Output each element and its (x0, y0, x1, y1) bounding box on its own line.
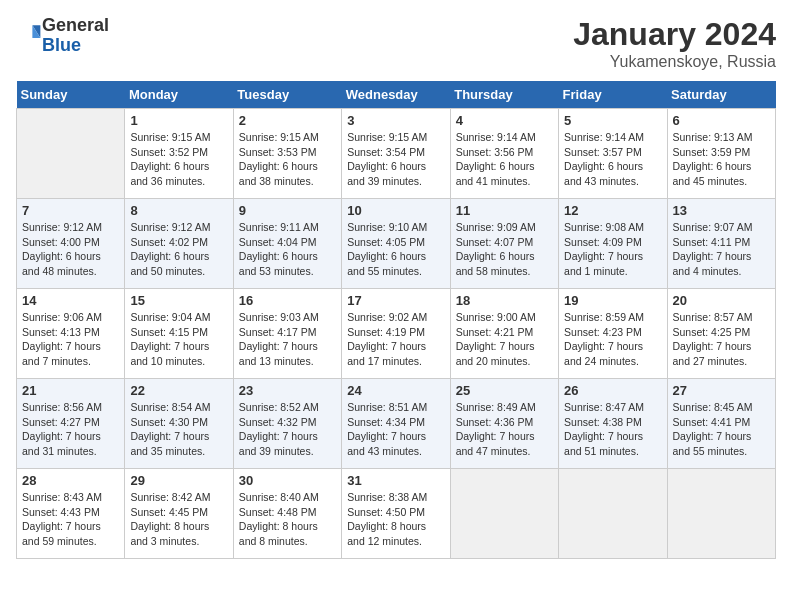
day-cell: 9Sunrise: 9:11 AM Sunset: 4:04 PM Daylig… (233, 199, 341, 289)
day-number: 7 (22, 203, 119, 218)
day-number: 15 (130, 293, 227, 308)
page-header: General Blue January 2024 Yukamenskoye, … (16, 16, 776, 71)
day-number: 23 (239, 383, 336, 398)
day-cell: 27Sunrise: 8:45 AM Sunset: 4:41 PM Dayli… (667, 379, 775, 469)
day-info: Sunrise: 9:00 AM Sunset: 4:21 PM Dayligh… (456, 310, 553, 369)
week-row-3: 14Sunrise: 9:06 AM Sunset: 4:13 PM Dayli… (17, 289, 776, 379)
day-number: 4 (456, 113, 553, 128)
day-cell (559, 469, 667, 559)
day-info: Sunrise: 9:02 AM Sunset: 4:19 PM Dayligh… (347, 310, 444, 369)
day-info: Sunrise: 8:49 AM Sunset: 4:36 PM Dayligh… (456, 400, 553, 459)
day-number: 29 (130, 473, 227, 488)
column-header-sunday: Sunday (17, 81, 125, 109)
day-info: Sunrise: 8:43 AM Sunset: 4:43 PM Dayligh… (22, 490, 119, 549)
day-number: 9 (239, 203, 336, 218)
day-number: 31 (347, 473, 444, 488)
day-number: 3 (347, 113, 444, 128)
month-title: January 2024 (573, 16, 776, 53)
day-info: Sunrise: 8:42 AM Sunset: 4:45 PM Dayligh… (130, 490, 227, 549)
day-number: 30 (239, 473, 336, 488)
day-cell: 24Sunrise: 8:51 AM Sunset: 4:34 PM Dayli… (342, 379, 450, 469)
day-info: Sunrise: 9:13 AM Sunset: 3:59 PM Dayligh… (673, 130, 770, 189)
header-row: SundayMondayTuesdayWednesdayThursdayFrid… (17, 81, 776, 109)
day-number: 27 (673, 383, 770, 398)
column-header-monday: Monday (125, 81, 233, 109)
day-info: Sunrise: 9:11 AM Sunset: 4:04 PM Dayligh… (239, 220, 336, 279)
day-number: 24 (347, 383, 444, 398)
day-number: 10 (347, 203, 444, 218)
column-header-friday: Friday (559, 81, 667, 109)
day-number: 12 (564, 203, 661, 218)
week-row-5: 28Sunrise: 8:43 AM Sunset: 4:43 PM Dayli… (17, 469, 776, 559)
column-header-wednesday: Wednesday (342, 81, 450, 109)
day-number: 8 (130, 203, 227, 218)
day-cell (450, 469, 558, 559)
day-number: 28 (22, 473, 119, 488)
day-info: Sunrise: 9:14 AM Sunset: 3:56 PM Dayligh… (456, 130, 553, 189)
day-cell: 22Sunrise: 8:54 AM Sunset: 4:30 PM Dayli… (125, 379, 233, 469)
logo-text: General Blue (42, 16, 109, 56)
day-cell: 26Sunrise: 8:47 AM Sunset: 4:38 PM Dayli… (559, 379, 667, 469)
day-number: 25 (456, 383, 553, 398)
day-info: Sunrise: 8:40 AM Sunset: 4:48 PM Dayligh… (239, 490, 336, 549)
day-info: Sunrise: 9:04 AM Sunset: 4:15 PM Dayligh… (130, 310, 227, 369)
day-info: Sunrise: 9:07 AM Sunset: 4:11 PM Dayligh… (673, 220, 770, 279)
week-row-2: 7Sunrise: 9:12 AM Sunset: 4:00 PM Daylig… (17, 199, 776, 289)
day-cell: 13Sunrise: 9:07 AM Sunset: 4:11 PM Dayli… (667, 199, 775, 289)
day-cell (667, 469, 775, 559)
day-cell: 23Sunrise: 8:52 AM Sunset: 4:32 PM Dayli… (233, 379, 341, 469)
day-number: 1 (130, 113, 227, 128)
day-info: Sunrise: 9:12 AM Sunset: 4:02 PM Dayligh… (130, 220, 227, 279)
day-cell: 15Sunrise: 9:04 AM Sunset: 4:15 PM Dayli… (125, 289, 233, 379)
day-number: 22 (130, 383, 227, 398)
day-info: Sunrise: 9:09 AM Sunset: 4:07 PM Dayligh… (456, 220, 553, 279)
column-header-thursday: Thursday (450, 81, 558, 109)
day-number: 17 (347, 293, 444, 308)
day-number: 14 (22, 293, 119, 308)
day-number: 5 (564, 113, 661, 128)
day-info: Sunrise: 8:57 AM Sunset: 4:25 PM Dayligh… (673, 310, 770, 369)
day-info: Sunrise: 8:52 AM Sunset: 4:32 PM Dayligh… (239, 400, 336, 459)
day-info: Sunrise: 9:03 AM Sunset: 4:17 PM Dayligh… (239, 310, 336, 369)
day-cell: 4Sunrise: 9:14 AM Sunset: 3:56 PM Daylig… (450, 109, 558, 199)
day-cell: 21Sunrise: 8:56 AM Sunset: 4:27 PM Dayli… (17, 379, 125, 469)
day-info: Sunrise: 8:47 AM Sunset: 4:38 PM Dayligh… (564, 400, 661, 459)
day-number: 11 (456, 203, 553, 218)
day-info: Sunrise: 8:54 AM Sunset: 4:30 PM Dayligh… (130, 400, 227, 459)
day-cell: 12Sunrise: 9:08 AM Sunset: 4:09 PM Dayli… (559, 199, 667, 289)
day-cell: 16Sunrise: 9:03 AM Sunset: 4:17 PM Dayli… (233, 289, 341, 379)
day-info: Sunrise: 9:12 AM Sunset: 4:00 PM Dayligh… (22, 220, 119, 279)
column-header-tuesday: Tuesday (233, 81, 341, 109)
week-row-4: 21Sunrise: 8:56 AM Sunset: 4:27 PM Dayli… (17, 379, 776, 469)
day-info: Sunrise: 8:56 AM Sunset: 4:27 PM Dayligh… (22, 400, 119, 459)
day-cell: 29Sunrise: 8:42 AM Sunset: 4:45 PM Dayli… (125, 469, 233, 559)
day-cell: 11Sunrise: 9:09 AM Sunset: 4:07 PM Dayli… (450, 199, 558, 289)
day-cell: 25Sunrise: 8:49 AM Sunset: 4:36 PM Dayli… (450, 379, 558, 469)
day-info: Sunrise: 9:08 AM Sunset: 4:09 PM Dayligh… (564, 220, 661, 279)
day-number: 19 (564, 293, 661, 308)
day-cell: 7Sunrise: 9:12 AM Sunset: 4:00 PM Daylig… (17, 199, 125, 289)
day-cell (17, 109, 125, 199)
day-number: 18 (456, 293, 553, 308)
day-info: Sunrise: 9:15 AM Sunset: 3:54 PM Dayligh… (347, 130, 444, 189)
day-info: Sunrise: 9:10 AM Sunset: 4:05 PM Dayligh… (347, 220, 444, 279)
calendar-table: SundayMondayTuesdayWednesdayThursdayFrid… (16, 81, 776, 559)
day-number: 21 (22, 383, 119, 398)
day-info: Sunrise: 9:14 AM Sunset: 3:57 PM Dayligh… (564, 130, 661, 189)
day-info: Sunrise: 8:45 AM Sunset: 4:41 PM Dayligh… (673, 400, 770, 459)
day-cell: 5Sunrise: 9:14 AM Sunset: 3:57 PM Daylig… (559, 109, 667, 199)
day-info: Sunrise: 9:15 AM Sunset: 3:52 PM Dayligh… (130, 130, 227, 189)
day-cell: 3Sunrise: 9:15 AM Sunset: 3:54 PM Daylig… (342, 109, 450, 199)
day-cell: 14Sunrise: 9:06 AM Sunset: 4:13 PM Dayli… (17, 289, 125, 379)
day-number: 20 (673, 293, 770, 308)
week-row-1: 1Sunrise: 9:15 AM Sunset: 3:52 PM Daylig… (17, 109, 776, 199)
day-cell: 2Sunrise: 9:15 AM Sunset: 3:53 PM Daylig… (233, 109, 341, 199)
day-cell: 6Sunrise: 9:13 AM Sunset: 3:59 PM Daylig… (667, 109, 775, 199)
day-cell: 28Sunrise: 8:43 AM Sunset: 4:43 PM Dayli… (17, 469, 125, 559)
day-cell: 20Sunrise: 8:57 AM Sunset: 4:25 PM Dayli… (667, 289, 775, 379)
day-info: Sunrise: 8:59 AM Sunset: 4:23 PM Dayligh… (564, 310, 661, 369)
logo-icon (18, 22, 42, 46)
day-cell: 19Sunrise: 8:59 AM Sunset: 4:23 PM Dayli… (559, 289, 667, 379)
day-info: Sunrise: 8:38 AM Sunset: 4:50 PM Dayligh… (347, 490, 444, 549)
day-number: 6 (673, 113, 770, 128)
